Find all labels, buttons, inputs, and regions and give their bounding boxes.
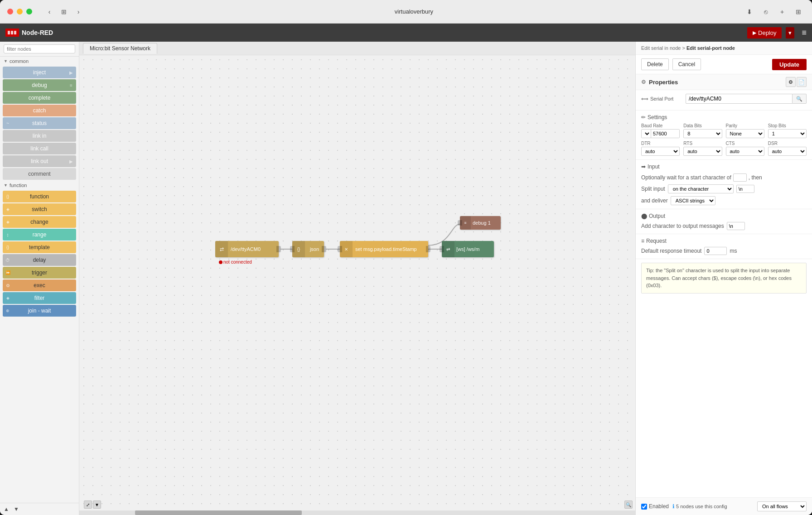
serial-port-search-button[interactable]: 🔍 — [793, 94, 807, 104]
flow-node-serial[interactable]: ⇄ /dev/ttyACM0 not connected — [215, 241, 279, 257]
rts-select[interactable]: auto — [683, 147, 722, 156]
debug-icon — [3, 79, 13, 91]
split-char-input[interactable] — [736, 185, 754, 193]
sidebar-item-link-in[interactable]: link in — [3, 130, 76, 142]
canvas-search-button[interactable]: 🔍 — [624, 501, 633, 509]
sidebar-item-delay[interactable]: ⏱ delay — [3, 254, 76, 266]
sidebar-item-filter[interactable]: ◈ filter — [3, 292, 76, 304]
flow-node-setmsg[interactable]: ✕ set msg.payload.timeStamp — [340, 241, 428, 257]
settings-pencil-icon: ✏ — [641, 114, 646, 120]
stop-bits-item: Stop Bits 1 — [768, 123, 807, 138]
zoom-fit-button[interactable]: ⤢ — [84, 501, 92, 509]
filter-nodes-input[interactable] — [4, 44, 75, 53]
sidebar-section-function[interactable]: ▼ function — [0, 181, 79, 190]
setmsg-port-right — [426, 246, 430, 252]
change-label: change — [13, 219, 66, 225]
flow-node-ws[interactable]: ⇄ [ws] /ws/m — [442, 241, 494, 257]
ws-label: [ws] /ws/m — [454, 246, 494, 252]
sidebar-item-debug[interactable]: debug ≡ — [3, 79, 76, 91]
sidebar-item-link-call[interactable]: link call — [3, 143, 76, 154]
sidebar-item-status[interactable]: ~ status — [3, 117, 76, 129]
sidebar-item-trigger[interactable]: ⏩ trigger — [3, 267, 76, 279]
canvas[interactable]: ⇄ /dev/ttyACM0 not connected {} — [79, 55, 635, 515]
data-bits-select[interactable]: 8 — [683, 129, 722, 138]
input-arrow-icon: ➡ — [641, 164, 646, 170]
wait-for-row: Optionally wait for a start character of… — [641, 173, 807, 182]
flow-node-json[interactable]: {} json — [292, 241, 324, 257]
back-button[interactable]: ‹ — [43, 7, 56, 17]
add-char-input[interactable] — [727, 222, 745, 230]
flow-select[interactable]: On all flows On current flow — [757, 501, 807, 511]
complete-icon — [3, 92, 13, 104]
sidebar-item-join[interactable]: ⊕ join - wait — [3, 305, 76, 317]
nodes-count: ℹ 5 nodes use this config — [672, 503, 727, 510]
input-label: Input — [648, 164, 660, 170]
menu-button[interactable]: ≡ — [802, 28, 807, 38]
baud-rate-input[interactable] — [651, 130, 679, 138]
trigger-icon: ⏩ — [3, 267, 13, 279]
stop-bits-select[interactable]: 1 — [768, 129, 807, 138]
serial-port-input[interactable] — [686, 94, 793, 104]
sidebar-item-range[interactable]: ↕ range — [3, 229, 76, 241]
sidebar-item-inject[interactable]: inject ▶ — [3, 67, 76, 78]
cts-select[interactable]: auto — [726, 147, 764, 156]
split-input-select[interactable]: on the character after a timeout of afte… — [668, 184, 734, 193]
properties-header: ⚙ Properties ⚙ 📄 — [636, 74, 812, 90]
properties-title: Properties — [649, 79, 678, 86]
sidebar-item-function[interactable]: {} function — [3, 191, 76, 202]
sidebar-scroll-down[interactable]: ▼ — [12, 505, 21, 513]
parity-select[interactable]: None — [726, 129, 764, 138]
sidebar-scroll-up[interactable]: ▲ — [2, 505, 11, 513]
properties-gear-tab[interactable]: ⚙ — [786, 77, 796, 87]
sidebar-content: ▼ common inject ▶ debug ≡ — [0, 57, 79, 503]
sidebar-item-comment[interactable]: comment — [3, 168, 76, 180]
then-text: , then — [749, 174, 762, 181]
cancel-button[interactable]: Cancel — [672, 58, 701, 70]
zoom-down-button[interactable]: ▼ — [93, 501, 101, 509]
sidebar-section-common[interactable]: ▼ common — [0, 57, 79, 66]
sidebar-item-exec[interactable]: ⚙ exec — [3, 279, 76, 291]
deliver-select[interactable]: ASCII strings binary buffer string — [671, 196, 715, 205]
update-button[interactable]: Update — [772, 59, 807, 70]
dtr-label: DTR — [641, 141, 680, 146]
sidebar-item-complete[interactable]: complete — [3, 92, 76, 104]
deploy-button[interactable]: ▶ Deploy — [747, 27, 782, 39]
sidebar-item-catch[interactable]: catch — [3, 105, 76, 116]
join-label: join - wait — [13, 308, 66, 314]
square-button[interactable]: ⊞ — [58, 7, 70, 17]
maximize-button[interactable] — [26, 9, 32, 14]
tip-text: Tip: the "Split on" character is used to… — [646, 268, 792, 288]
timeout-input[interactable] — [704, 247, 727, 255]
dsr-select[interactable]: auto — [768, 147, 807, 156]
deploy-dropdown-button[interactable]: ▾ — [786, 27, 794, 39]
canvas-tab-microbit[interactable]: Micro:bit Sensor Network — [83, 43, 157, 54]
range-icon: ↕ — [3, 229, 13, 241]
sidebar-item-template[interactable]: {} template — [3, 241, 76, 253]
stop-bits-label: Stop Bits — [768, 123, 807, 128]
join-port — [66, 305, 76, 317]
dtr-select[interactable]: auto — [641, 147, 680, 156]
flow-node-debug1[interactable]: ≡ debug 1 — [460, 216, 501, 230]
sidebar-item-switch[interactable]: ◈ switch — [3, 203, 76, 215]
sidebar-item-link-out[interactable]: link out ▶ — [3, 155, 76, 167]
start-char-input[interactable] — [733, 173, 747, 182]
canvas-area: Micro:bit Sensor Network — [79, 42, 635, 515]
download-icon: ⬇ — [743, 7, 756, 17]
settings-header: ✏ Settings — [641, 114, 807, 120]
baud-rate-dropdown[interactable]: ▾ — [642, 130, 651, 138]
minimize-button[interactable] — [17, 9, 23, 14]
forward-button[interactable]: › — [72, 7, 85, 17]
setmsg-port-left — [338, 246, 342, 252]
exec-label: exec — [13, 282, 66, 289]
enabled-checkbox[interactable] — [641, 504, 647, 510]
delete-button[interactable]: Delete — [641, 58, 669, 70]
close-button[interactable] — [7, 9, 13, 14]
add-char-row: Add character to output messages — [641, 222, 807, 230]
properties-doc-tab[interactable]: 📄 — [797, 77, 807, 87]
serial-port-label: ⟺ Serial Port — [641, 96, 682, 102]
join-icon: ⊕ — [3, 305, 13, 317]
canvas-scrollbar[interactable] — [79, 510, 635, 515]
svg-rect-2 — [14, 31, 16, 34]
plus-icon: + — [776, 7, 788, 17]
sidebar-item-change[interactable]: ◈ change — [3, 216, 76, 228]
